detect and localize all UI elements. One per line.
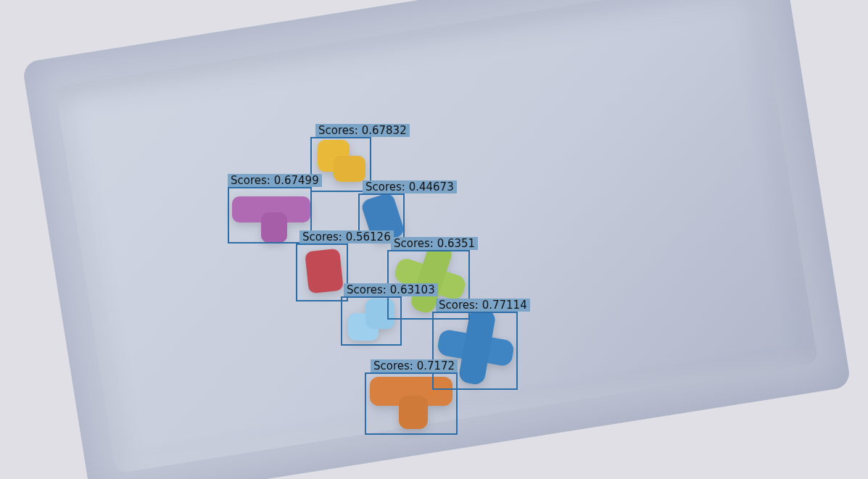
score-label-red-block: Scores: 0.56126	[299, 230, 394, 243]
bbox-red-block	[296, 243, 348, 301]
score-label-yellow-elbow: Scores: 0.67832	[315, 124, 410, 137]
bbox-lightblue-elbow	[341, 296, 402, 346]
score-label-orange-tee: Scores: 0.7172	[371, 359, 458, 372]
score-label-blue-cross: Scores: 0.77114	[436, 299, 530, 312]
score-label-green-cross: Scores: 0.6351	[391, 237, 478, 250]
score-label-lightblue-elbow: Scores: 0.63103	[344, 283, 438, 296]
score-label-blue-cylinder: Scores: 0.44673	[363, 180, 457, 193]
bbox-orange-tee	[365, 372, 458, 435]
score-label-purple-tee: Scores: 0.67499	[228, 174, 322, 187]
